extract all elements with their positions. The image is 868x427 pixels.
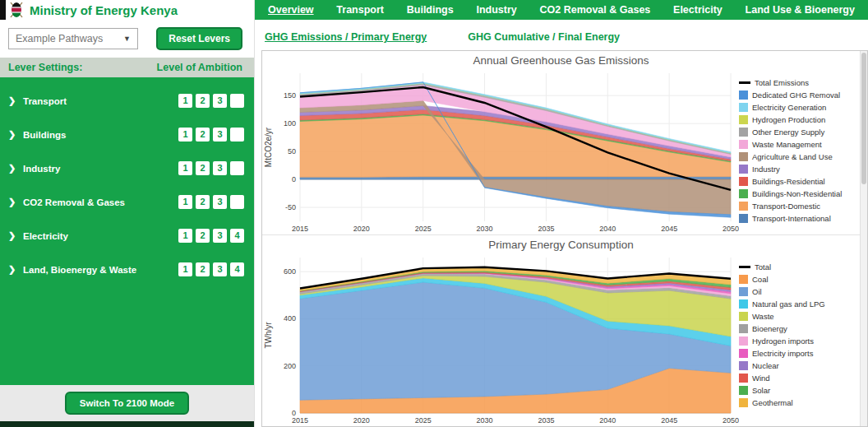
svg-text:2050: 2050 [723,416,739,425]
legend-item[interactable]: Oil [739,285,858,298]
dropdown-arrow-icon: ▼ [123,35,131,43]
lever-settings-header-row: Lever Settings: Level of Ambition [0,58,254,77]
legend-item[interactable]: Transport-International [739,212,858,225]
level-2-button[interactable]: 2 [196,229,210,243]
level-2-button[interactable]: 2 [196,195,210,209]
level-4-button[interactable] [230,161,244,175]
legend-item[interactable]: Other Energy Supply [739,126,858,138]
svg-text:-50: -50 [285,203,296,211]
legend-label: Dedicated GHG Removal [752,91,840,100]
legend-label: Bioenergy [752,324,787,333]
nav-item-land-use-bioenergy[interactable]: Land Use & Bioenergy [746,4,855,16]
legend-item[interactable]: Nuclear [739,360,858,372]
legend-item[interactable]: Hydrogen Production [739,114,858,126]
legend-swatch [739,214,748,223]
flag-black-bar [0,0,6,20]
legend-swatch [739,177,748,186]
legend-item[interactable]: Industry [739,163,858,175]
subtab-ghg-cumulative-final-energy[interactable]: GHG Cumulative / Final Energy [468,31,620,43]
legend-item[interactable]: Waste [739,310,858,323]
nav-item-co2-removal-gases[interactable]: CO2 Removal & Gases [540,4,651,16]
lever-electricity[interactable]: ❯ Electricity 1 2 3 4 [0,219,254,253]
chevron-right-icon[interactable]: ❯ [8,197,23,207]
level-1-button[interactable]: 1 [178,94,192,108]
chevron-right-icon[interactable]: ❯ [8,129,23,140]
legend-item[interactable]: Agriculture & Land Use [739,151,858,163]
legend-label: Total Emissions [755,78,809,87]
svg-text:2025: 2025 [415,225,432,233]
legend-item[interactable]: Total [739,261,858,273]
legend-item[interactable]: Total Emissions [739,77,858,89]
legend-item[interactable]: Buildings-Residential [739,175,858,188]
chevron-right-icon[interactable]: ❯ [8,230,23,241]
lever-land-bioenergy-waste[interactable]: ❯ Land, Bioenergy & Waste 1 2 3 4 [0,253,254,286]
level-1-button[interactable]: 1 [178,229,192,243]
legend-item[interactable]: Hydrogen imports [739,335,858,347]
legend-label: Waste [752,312,774,321]
level-buttons: 1 2 3 [178,94,244,108]
legend-swatch [739,152,748,161]
legend-swatch [739,386,748,395]
legend-item[interactable]: Natural gas and LPG [739,298,858,310]
level-3-button[interactable]: 3 [213,262,227,276]
level-buttons: 1 2 3 [178,161,244,175]
legend-swatch [739,140,748,149]
level-4-button[interactable]: 4 [230,229,244,243]
legend-item[interactable]: Geothermal [739,397,858,409]
nav-item-overview[interactable]: Overview [268,4,314,16]
level-3-button[interactable]: 3 [213,195,227,209]
legend-item[interactable]: Solar [739,384,858,397]
legend-label: Transport-Domestic [752,202,820,211]
nav-item-buildings[interactable]: Buildings [407,4,454,16]
level-2-button[interactable]: 2 [196,161,210,175]
level-1-button[interactable]: 1 [178,161,192,175]
scrollbar-thumb[interactable] [861,53,866,184]
legend-item[interactable]: Bioenergy [739,323,858,335]
reset-levers-button[interactable]: Reset Levers [156,27,242,50]
sidebar-bottom-strip [0,421,254,427]
level-4-button[interactable]: 4 [230,262,244,276]
level-3-button[interactable]: 3 [213,128,227,142]
legend-item[interactable]: Buildings-Non-Residential [739,188,858,200]
legend-label: Transport-International [752,214,831,223]
legend-item[interactable]: Waste Management [739,138,858,151]
lever-industry[interactable]: ❯ Industry 1 2 3 [0,151,254,185]
nav-item-transport[interactable]: Transport [336,4,384,16]
legend-item[interactable]: Dedicated GHG Removal [739,89,858,101]
level-3-button[interactable]: 3 [213,161,227,175]
example-pathways-select[interactable]: Example Pathways ▼ [8,28,138,49]
legend-item[interactable]: Coal [739,273,858,285]
level-1-button[interactable]: 1 [178,262,192,276]
legend-item[interactable]: Transport-Domestic [739,200,858,212]
level-1-button[interactable]: 1 [178,128,192,142]
level-2-button[interactable]: 2 [196,262,210,276]
lever-co2-removal-gases[interactable]: ❯ CO2 Removal & Gases 1 2 3 [0,185,254,219]
lever-buildings[interactable]: ❯ Buildings 1 2 3 [0,118,254,151]
level-4-button[interactable] [230,195,244,209]
switch-2100-mode-button[interactable]: Switch To 2100 Mode [65,392,189,415]
level-4-button[interactable] [230,94,244,108]
chevron-right-icon[interactable]: ❯ [8,95,23,106]
legend-label: Nuclear [752,361,779,370]
legend-item[interactable]: Electricity Generation [739,101,858,114]
level-2-button[interactable]: 2 [196,94,210,108]
legend-swatch [739,103,748,112]
level-2-button[interactable]: 2 [196,128,210,142]
legend-swatch [739,91,748,100]
lever-transport[interactable]: ❯ Transport 1 2 3 [0,84,254,118]
level-4-button[interactable] [230,128,244,142]
nav-item-industry[interactable]: Industry [476,4,516,16]
legend-item[interactable]: Wind [739,372,858,384]
chevron-right-icon[interactable]: ❯ [8,163,23,174]
level-1-button[interactable]: 1 [178,195,192,209]
chevron-right-icon[interactable]: ❯ [8,264,23,275]
ghg-emissions-chart: -500501001502015202020252030203520402045… [262,67,739,234]
nav-item-electricity[interactable]: Electricity [673,4,723,16]
sidebar-controls: Example Pathways ▼ Reset Levers [0,20,254,58]
subtab-ghg-primary-energy[interactable]: GHG Emissions / Primary Energy [265,31,427,43]
level-3-button[interactable]: 3 [213,94,227,108]
legend-label: Total [755,262,771,272]
legend-item[interactable]: Electricity imports [739,347,858,360]
legend-swatch [739,398,748,407]
level-3-button[interactable]: 3 [213,229,227,243]
